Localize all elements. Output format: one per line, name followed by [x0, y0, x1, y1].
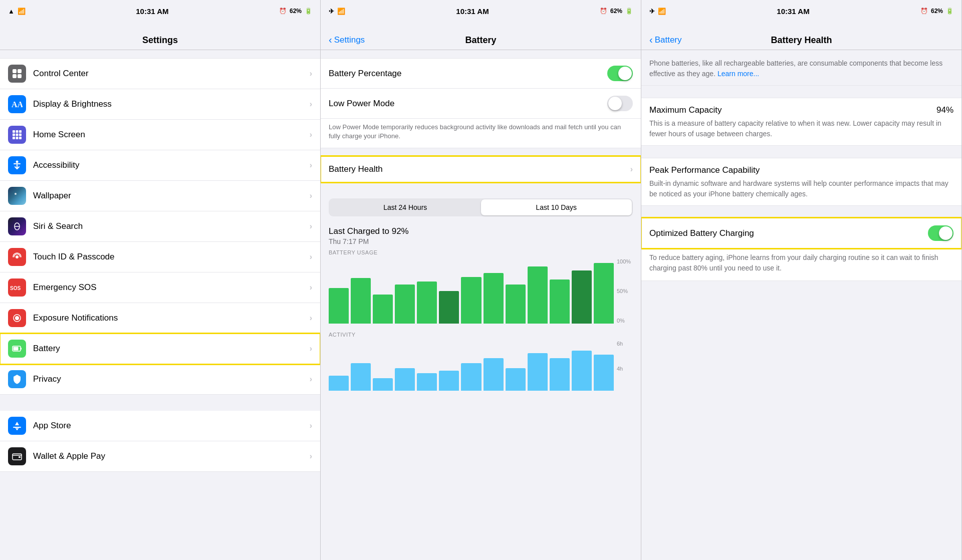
act-y-labels: 6h 4h	[615, 341, 633, 391]
battery-health-chevron: ›	[630, 165, 633, 174]
battery-percentage-toggle[interactable]	[607, 66, 633, 81]
status-right-1: ⏰ 62% 🔋	[279, 8, 312, 15]
last-10-days-btn[interactable]: Last 10 Days	[481, 199, 632, 215]
settings-row-display[interactable]: AA Display & Brightness ›	[0, 89, 320, 120]
status-time-2: 10:31 AM	[456, 7, 489, 16]
settings-row-app-store[interactable]: App Store ›	[0, 411, 320, 441]
act-bar-8	[506, 368, 526, 391]
battery-usage-label: BATTERY USAGE	[329, 249, 633, 255]
home-screen-icon	[8, 126, 26, 144]
battery-health-row[interactable]: Battery Health ›	[321, 156, 641, 182]
toggle-knob-2	[608, 97, 622, 110]
settings-row-accessibility[interactable]: Accessibility ›	[0, 150, 320, 181]
settings-row-control-center[interactable]: Control Center ›	[0, 58, 320, 89]
act-bar-9	[528, 353, 548, 391]
svg-rect-25	[19, 456, 21, 458]
settings-row-touch-id[interactable]: Touch ID & Passcode ›	[0, 242, 320, 272]
chevron-icon-8: ›	[310, 314, 312, 323]
status-left-3: ✈ 📶	[649, 8, 666, 15]
home-screen-label: Home Screen	[33, 130, 310, 140]
optimized-toggle[interactable]	[928, 225, 953, 241]
svg-rect-12	[16, 137, 19, 139]
chevron-icon-2: ›	[310, 130, 312, 139]
control-center-icon	[8, 65, 26, 83]
siri-label: Siri & Search	[33, 221, 310, 231]
emergency-icon: SOS	[8, 278, 26, 297]
chevron-icon-7: ›	[310, 283, 312, 292]
svg-rect-2	[13, 74, 17, 78]
settings-row-exposure[interactable]: Exposure Notifications ›	[0, 303, 320, 334]
settings-row-battery[interactable]: Battery ›	[0, 334, 320, 364]
low-power-toggle[interactable]	[607, 96, 633, 111]
settings-row-emergency[interactable]: SOS Emergency SOS ›	[0, 272, 320, 303]
act-bar-4	[417, 373, 437, 391]
airplane-icon-3: ✈	[649, 8, 655, 15]
learn-more-link[interactable]: Learn more...	[717, 70, 759, 78]
nav-title-1: Settings	[142, 35, 178, 46]
control-center-label: Control Center	[33, 69, 310, 79]
act-bar-11	[572, 351, 592, 391]
svg-rect-5	[13, 130, 15, 133]
svg-text:AA: AA	[12, 100, 23, 109]
bar-3	[395, 285, 415, 324]
act-bar-0	[329, 376, 349, 391]
low-power-description: Low Power Mode temporarily reduces backg…	[321, 119, 641, 148]
settings-row-privacy[interactable]: Privacy ›	[0, 364, 320, 395]
status-bar-1: ▲ 📶 10:31 AM ⏰ 62% 🔋	[0, 0, 320, 22]
alarm-icon-2: ⏰	[600, 8, 607, 15]
act-bar-6	[461, 363, 481, 391]
toggle-knob-1	[618, 67, 632, 80]
battery-row-icon	[8, 340, 26, 358]
svg-rect-10	[19, 134, 22, 136]
toggle-knob-3	[939, 226, 952, 240]
wifi-icon: 📶	[18, 8, 26, 15]
display-label: Display & Brightness	[33, 99, 310, 109]
time-segment-control[interactable]: Last 24 Hours Last 10 Days	[329, 198, 633, 216]
y-100: 100%	[617, 258, 633, 264]
touch-id-icon	[8, 248, 26, 266]
peak-title-row: Peak Performance Capability	[649, 165, 953, 175]
svg-point-14	[16, 161, 19, 163]
bar-7	[484, 273, 504, 324]
back-to-settings[interactable]: ‹ Settings	[329, 34, 365, 46]
settings-row-wallpaper[interactable]: Wallpaper ›	[0, 181, 320, 211]
back-to-battery[interactable]: ‹ Battery	[649, 34, 682, 46]
bar-11	[572, 270, 592, 324]
app-store-label: App Store	[33, 421, 310, 431]
back-chevron-3: ‹	[649, 34, 653, 46]
last-charged-section: Last Charged to 92% Thu 7:17 PM	[321, 224, 641, 245]
accessibility-icon	[8, 156, 26, 174]
act-bar-2	[373, 378, 393, 391]
privacy-label: Privacy	[33, 374, 310, 384]
settings-row-home-screen[interactable]: Home Screen ›	[0, 120, 320, 150]
svg-rect-23	[21, 348, 22, 350]
peak-performance-section: Peak Performance Capability Built-in dyn…	[641, 158, 961, 206]
act-y-6h: 6h	[617, 341, 633, 347]
nav-bar-2: ‹ Settings Battery	[321, 22, 641, 50]
optimized-charging-row[interactable]: Optimized Battery Charging	[641, 218, 961, 248]
low-power-row[interactable]: Low Power Mode	[321, 89, 641, 118]
wallpaper-label: Wallpaper	[33, 191, 310, 201]
svg-rect-22	[14, 347, 19, 351]
wallpaper-icon	[8, 187, 26, 205]
wallet-label: Wallet & Apple Pay	[33, 451, 310, 461]
back-label-2: Settings	[334, 35, 365, 45]
status-bar-3: ✈ 📶 10:31 AM ⏰ 62% 🔋	[641, 0, 961, 22]
battery-usage-chart	[329, 258, 614, 324]
settings-row-wallet[interactable]: Wallet & Apple Pay ›	[0, 441, 320, 472]
battery-pct-2: 62%	[610, 8, 622, 15]
act-bar-12	[594, 355, 614, 391]
back-chevron-2: ‹	[329, 34, 332, 46]
last-charged-label: Last Charged to 92%	[329, 226, 633, 236]
max-capacity-value: 94%	[936, 105, 953, 115]
max-capacity-desc: This is a measure of battery capacity re…	[649, 118, 953, 139]
bh-intro: Phone batteries, like all rechargeable b…	[641, 50, 961, 85]
settings-row-siri[interactable]: Siri & Search ›	[0, 211, 320, 242]
chevron-icon-1: ›	[310, 100, 312, 109]
last-24-hours-btn[interactable]: Last 24 Hours	[330, 199, 481, 215]
back-label-3: Battery	[655, 35, 682, 45]
act-bar-10	[550, 358, 570, 391]
battery-percentage-row[interactable]: Battery Percentage	[321, 59, 641, 89]
svg-rect-11	[13, 137, 15, 139]
svg-rect-8	[13, 134, 15, 136]
